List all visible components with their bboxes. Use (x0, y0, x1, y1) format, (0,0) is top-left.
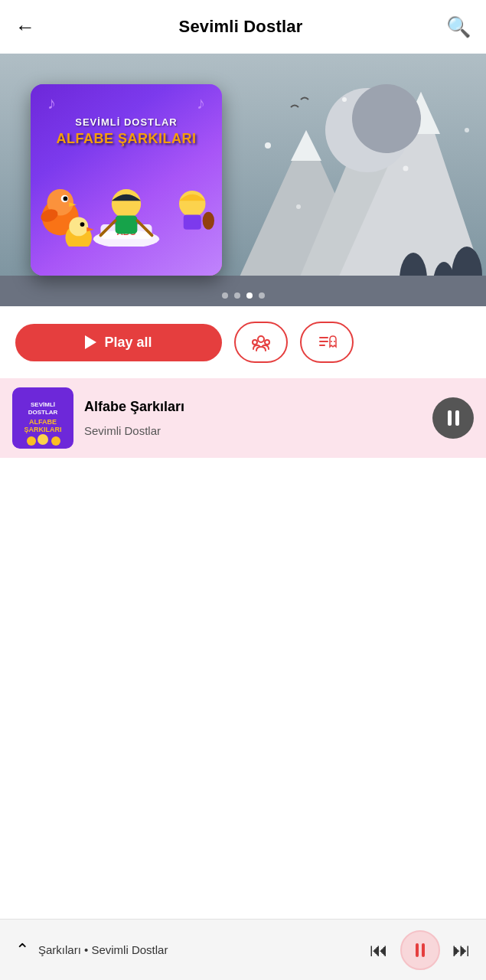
svg-text:ŞARKILARI: ŞARKILARI (24, 426, 62, 433)
carousel-dots (222, 292, 265, 299)
svg-rect-44 (319, 345, 325, 346)
svg-rect-42 (319, 337, 328, 338)
dot-3 (246, 292, 253, 299)
bottom-player: ⌃ Şarkıları • Sevimli Dostlar ⏮ ⏭ (0, 919, 486, 980)
player-pause-icon (416, 943, 425, 957)
svg-rect-18 (0, 276, 486, 306)
search-button[interactable]: 🔍 (446, 15, 471, 39)
player-track-info: Şarkıları • Sevimli Dostlar (38, 943, 360, 956)
back-button[interactable]: ← (15, 15, 35, 39)
svg-point-54 (51, 436, 60, 446)
song-title: Alfabe Şarkıları (84, 399, 422, 415)
svg-text:ALFABE: ALFABE (29, 418, 57, 426)
group-icon (250, 332, 272, 353)
play-icon (85, 335, 96, 349)
album-brand-text: SEVİMLİ DOSTLAR (75, 116, 177, 129)
svg-rect-43 (319, 341, 328, 342)
playlist-button[interactable] (300, 322, 354, 363)
header: ← Sevimli Dostlar 🔍 (0, 0, 486, 54)
song-artist: Sevimli Dostlar (84, 424, 422, 437)
group-button[interactable] (234, 322, 288, 363)
svg-rect-29 (116, 216, 138, 234)
song-list: SEVİMLİ DOSTLAR ALFABE ŞARKILARI Alfabe … (0, 378, 486, 458)
song-item[interactable]: SEVİMLİ DOSTLAR ALFABE ŞARKILARI Alfabe … (0, 378, 486, 458)
svg-point-34 (203, 212, 214, 230)
page-title: Sevimli Dostlar (179, 17, 303, 37)
play-all-button[interactable]: Play all (15, 324, 222, 361)
dot-4 (259, 292, 265, 299)
svg-point-9 (352, 84, 421, 153)
svg-point-25 (64, 197, 68, 201)
svg-point-39 (258, 336, 264, 342)
svg-rect-33 (184, 215, 201, 230)
svg-point-45 (331, 341, 332, 342)
svg-point-41 (265, 340, 269, 345)
svg-point-17 (465, 128, 469, 132)
svg-point-16 (296, 204, 301, 209)
hero-banner: ♪ ♪ SEVİMLİ DOSTLAR ALFABE ŞARKILARI ABC (0, 54, 486, 306)
player-pause-button[interactable] (400, 930, 440, 970)
svg-point-13 (265, 142, 271, 149)
skip-next-button[interactable]: ⏭ (452, 939, 471, 961)
svg-point-53 (38, 434, 48, 445)
pause-button[interactable] (432, 397, 474, 439)
playlist-icon (316, 332, 338, 353)
expand-button[interactable]: ⌃ (15, 940, 29, 960)
album-art: ♪ ♪ SEVİMLİ DOSTLAR ALFABE ŞARKILARI ABC (31, 84, 222, 276)
svg-point-28 (112, 189, 141, 218)
album-title-text: ALFABE ŞARKILARI (57, 132, 197, 147)
song-info: Alfabe Şarkıları Sevimli Dostlar (84, 399, 422, 437)
dot-2 (234, 292, 240, 299)
pause-icon (448, 410, 459, 426)
svg-point-46 (334, 341, 335, 342)
play-all-label: Play all (104, 335, 152, 351)
svg-point-38 (80, 223, 85, 227)
song-thumbnail: SEVİMLİ DOSTLAR ALFABE ŞARKILARI (12, 387, 73, 449)
svg-point-36 (69, 217, 88, 237)
svg-marker-37 (86, 227, 94, 232)
svg-point-52 (27, 436, 36, 446)
player-controls: ⏮ ⏭ (370, 930, 471, 970)
svg-point-40 (253, 340, 257, 345)
dot-1 (222, 292, 228, 299)
skip-previous-button[interactable]: ⏮ (370, 939, 388, 961)
svg-text:SEVİMLİ: SEVİMLİ (31, 401, 55, 408)
svg-point-15 (403, 166, 409, 172)
actions-bar: Play all (0, 306, 486, 378)
svg-point-14 (342, 97, 347, 102)
svg-text:DOSTLAR: DOSTLAR (28, 409, 58, 416)
